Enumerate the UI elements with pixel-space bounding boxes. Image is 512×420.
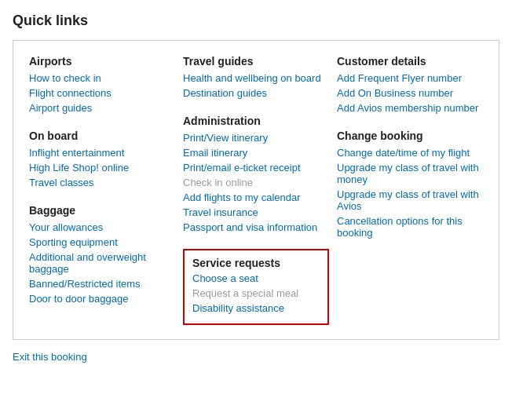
link-check-in-online: Check in online <box>183 177 329 188</box>
link-flight-connections[interactable]: Flight connections <box>29 87 175 99</box>
section-on-board: On boardInflight entertainmentHigh Life … <box>29 130 175 192</box>
link-travel-insurance[interactable]: Travel insurance <box>183 206 329 218</box>
section-baggage: BaggageYour allowancesSporting equipment… <box>29 204 175 308</box>
link-destination-guides[interactable]: Destination guides <box>183 87 329 99</box>
link-email-itinerary[interactable]: Email itinerary <box>183 147 329 159</box>
section-title-baggage: Baggage <box>29 204 175 217</box>
link-door-to-door[interactable]: Door to door baggage <box>29 293 175 305</box>
column-2: Travel guidesHealth and wellbeing on boa… <box>183 55 329 325</box>
section-airports: AirportsHow to check inFlight connection… <box>29 55 175 117</box>
link-additional-overweight-baggage[interactable]: Additional and overweight baggage <box>29 251 175 275</box>
link-add-frequent-flyer[interactable]: Add Frequent Flyer number <box>337 72 483 84</box>
quick-links-box: AirportsHow to check inFlight connection… <box>13 40 499 340</box>
link-airport-guides[interactable]: Airport guides <box>29 102 175 114</box>
link-health-wellbeing[interactable]: Health and wellbeing on board <box>183 72 329 84</box>
link-your-allowances[interactable]: Your allowances <box>29 221 175 233</box>
section-customer-details: Customer detailsAdd Frequent Flyer numbe… <box>337 55 483 117</box>
link-inflight-entertainment[interactable]: Inflight entertainment <box>29 147 175 159</box>
column-3: Customer detailsAdd Frequent Flyer numbe… <box>337 55 483 325</box>
link-upgrade-money[interactable]: Upgrade my class of travel with money <box>337 162 483 185</box>
link-sporting-equipment[interactable]: Sporting equipment <box>29 236 175 248</box>
section-service-requests: Service requestsChoose a seatRequest a s… <box>183 249 329 325</box>
section-administration: AdministrationPrint/View itineraryEmail … <box>183 115 329 236</box>
link-add-flights-calendar[interactable]: Add flights to my calendar <box>183 192 329 203</box>
link-banned-restricted[interactable]: Banned/Restricted items <box>29 278 175 290</box>
link-travel-classes[interactable]: Travel classes <box>29 177 175 188</box>
link-special-meal: Request a special meal <box>192 287 320 299</box>
section-title-travel-guides: Travel guides <box>183 55 329 68</box>
link-upgrade-avios[interactable]: Upgrade my class of travel with Avios <box>337 188 483 212</box>
link-add-on-business[interactable]: Add On Business number <box>337 87 483 99</box>
link-change-datetime[interactable]: Change date/time of my flight <box>337 147 483 159</box>
column-1: AirportsHow to check inFlight connection… <box>29 55 175 325</box>
section-title-service-requests: Service requests <box>192 257 320 269</box>
link-choose-seat[interactable]: Choose a seat <box>192 272 320 284</box>
section-title-airports: Airports <box>29 55 175 68</box>
section-change-booking: Change bookingChange date/time of my fli… <box>337 130 483 242</box>
link-print-email-eticket[interactable]: Print/email e-ticket receipt <box>183 162 329 173</box>
link-high-life-shop[interactable]: High Life Shop! online <box>29 162 175 173</box>
section-title-on-board: On board <box>29 130 175 142</box>
link-how-to-check-in[interactable]: How to check in <box>29 72 175 84</box>
page-title: Quick links <box>13 13 499 29</box>
link-print-view-itinerary[interactable]: Print/View itinerary <box>183 132 329 144</box>
link-add-avios[interactable]: Add Avios membership number <box>337 102 483 114</box>
link-passport-visa[interactable]: Passport and visa information <box>183 221 329 233</box>
section-title-customer-details: Customer details <box>337 55 483 68</box>
section-travel-guides: Travel guidesHealth and wellbeing on boa… <box>183 55 329 102</box>
exit-booking-link[interactable]: Exit this booking <box>13 351 87 363</box>
section-title-administration: Administration <box>183 115 329 127</box>
section-title-change-booking: Change booking <box>337 130 483 142</box>
link-disability-assistance[interactable]: Disability assistance <box>192 302 320 314</box>
link-cancellation-options[interactable]: Cancellation options for this booking <box>337 215 483 239</box>
